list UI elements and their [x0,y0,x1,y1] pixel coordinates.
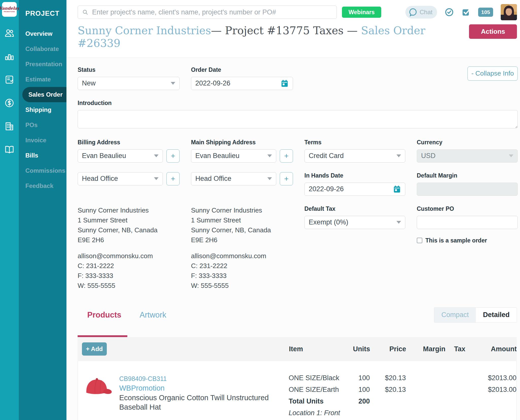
resources-icon[interactable] [4,145,14,155]
product-image[interactable] [82,375,113,403]
line-item-row: ONE SIZE/Earth 100 $20.13 $2013.00 [289,384,516,396]
billing-location-value: Head Office [82,175,118,183]
shipping-contact-select[interactable]: Evan Beaulieu [191,149,276,163]
sample-order-row: This is a sample order [417,237,518,244]
column-header-amount: Amount [470,345,517,353]
sidebar-item[interactable]: Shipping [19,102,66,117]
status-label: Status [78,66,180,73]
actions-button[interactable]: Actions [469,24,517,39]
tab-products[interactable]: Products [87,310,121,320]
address-line: 1 Summer Street [191,215,293,225]
add-shipping-location-button[interactable]: + [280,172,293,185]
sidebar-item[interactable]: Bills [19,148,66,163]
introduction-textarea[interactable] [78,110,518,128]
chevron-down-icon [509,154,513,157]
reminders-clock-icon[interactable] [445,8,454,17]
shipping-contact-value: Evan Beaulieu [195,152,239,160]
sidebar-item[interactable]: Overview [19,26,66,41]
sidebar-item[interactable]: POs [19,117,66,133]
in-hands-date-value: 2022-09-26 [309,185,344,193]
collapse-info-button[interactable]: - Collapse Info [467,66,518,81]
shipping-contact-lines: allison@commonsku.comC: 231-2222F: 333-3… [191,251,293,291]
terms-select[interactable]: Credit Card [304,149,405,163]
form-spacer [304,66,405,90]
line-item-price: $20.13 [370,374,406,382]
in-hands-date-field: In Hands Date 2022-09-26 [304,172,405,196]
default-tax-select[interactable]: Exempt (0%) [304,216,405,229]
chevron-down-icon [154,177,159,180]
compact-view-button[interactable]: Compact [434,308,476,322]
sidebar-item[interactable]: Commissions [19,163,66,178]
shipping-location-row: Head Office + [191,172,293,196]
rail-icons [4,28,14,155]
address-line: E9E 2H6 [78,235,180,245]
reports-icon[interactable] [4,51,14,61]
add-product-button[interactable]: + Add [82,342,107,356]
billing-location-select[interactable]: Head Office [78,172,163,185]
add-shipping-contact-button[interactable]: + [280,149,293,163]
production-icon[interactable] [4,75,14,85]
notification-count-badge[interactable]: 105 [478,8,493,17]
add-billing-contact-button[interactable]: + [166,149,180,163]
order-date-field: Order Date 2022-09-26 [191,66,293,90]
in-hands-date-input[interactable]: 2022-09-26 [304,183,405,196]
product-name[interactable]: Econscious Organic Cotton Twill Unstruct… [119,394,269,411]
column-header-price: Price [370,345,406,353]
finance-icon[interactable] [4,98,14,108]
clients-icon[interactable] [4,28,14,38]
search-box [78,6,337,19]
chat-button[interactable]: Chat [405,6,437,19]
client-name-link[interactable]: Sunny Corner Industries [78,24,211,37]
currency-select: USD [417,149,518,163]
line-item-amount: $2013.00 [469,374,516,382]
shipping-location-select[interactable]: Head Office [191,172,276,185]
user-avatar[interactable] [501,4,517,20]
project-number-text: — Project #13775 Taxes — [211,24,358,37]
tasks-check-icon[interactable] [461,8,471,17]
terms-field: Terms Credit Card [304,139,405,163]
topbar-icons: Chat 105 [405,4,517,20]
order-date-input[interactable]: 2022-09-26 [191,77,293,90]
tab-artwork[interactable]: Artwork [140,310,166,320]
sidebar-item[interactable]: Collaborate [19,41,66,57]
vandelay-logo[interactable]: Vandelay PROMOTIONS [2,2,17,17]
introduction-label: Introduction [78,100,518,107]
calendar-icon [281,79,289,88]
sidebar-title: PROJECT [19,0,66,26]
customer-po-input[interactable] [421,218,513,226]
products-card: + Add Item Units Price Margin Tax Amount [78,337,517,420]
plus-icon: + [86,345,90,352]
status-field: Status New [78,66,180,90]
sidebar-item[interactable]: Sales Order [22,87,66,102]
sidebar-item[interactable]: Presentation [19,57,66,72]
line-item-row: Screen print 200 $1.00 $200.00 [289,419,516,420]
sample-order-label: This is a sample order [425,237,487,244]
customer-po-field: Customer PO This is a sample order [417,205,518,244]
address-line: Sunny Corner Industries [78,205,180,215]
add-billing-location-button[interactable]: + [166,172,180,185]
address-line: Sunny Corner Industries [191,205,293,215]
currency-label: Currency [417,139,518,146]
products-tabs-row: Products Artwork Compact Detailed [78,307,517,323]
billing-contact-select[interactable]: Evan Beaulieu [78,149,163,163]
status-select[interactable]: New [78,77,180,90]
default-tax-value: Exempt (0%) [309,218,348,226]
search-input[interactable] [92,8,333,16]
sidebar-item[interactable]: Invoice [19,133,66,148]
sample-order-checkbox[interactable] [417,238,422,243]
main-area: Webinars Chat 105 Sunny Co [66,0,520,420]
billing-address-block: Sunny Corner Industries1 Summer StreetSu… [78,205,180,291]
shipping-address-lines: Sunny Corner Industries1 Summer StreetSu… [191,205,293,245]
project-sidebar: PROJECT Overview Collaborate Presentatio… [19,0,66,420]
vendors-icon[interactable] [4,121,14,131]
webinars-button[interactable]: Webinars [342,7,381,18]
product-description: Econscious Organic Cotton Twill Unstruct… [82,412,283,420]
sidebar-item[interactable]: Estimate [19,72,66,87]
introduction-field: Introduction [78,100,518,129]
detailed-view-button[interactable]: Detailed [476,308,517,322]
line-item-row: Location 1: Front [289,407,516,419]
line-item-units: 100 [350,374,370,382]
address-line: 1 Summer Street [78,215,180,225]
shipping-address-block: Sunny Corner Industries1 Summer StreetSu… [191,205,293,291]
sidebar-item[interactable]: Feedback [19,178,66,194]
